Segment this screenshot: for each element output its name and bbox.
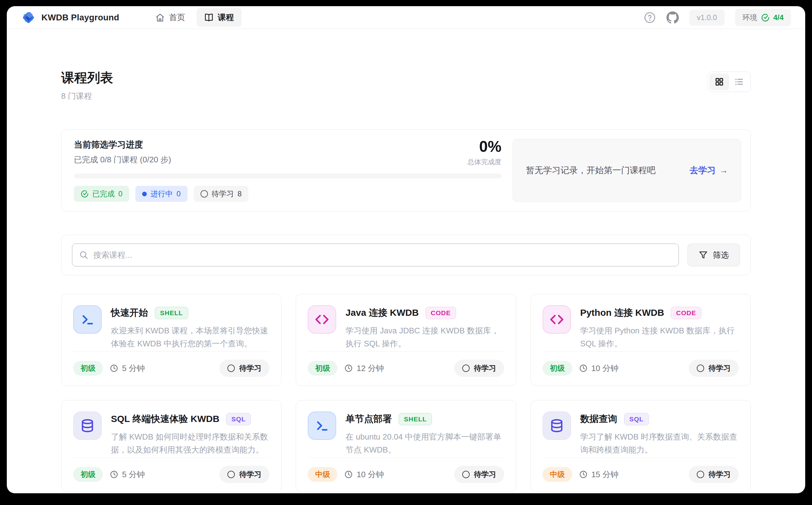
nav-label: 课程	[218, 12, 234, 23]
course-tag: SHELL	[155, 307, 188, 319]
course-card[interactable]: 快速开始 SHELL 欢迎来到 KWDB 课程，本场景将引导您快速体验在 KWD…	[61, 294, 281, 386]
course-status-badge: 待学习	[689, 360, 739, 377]
brand[interactable]: KWDB Playground	[21, 10, 119, 25]
course-card[interactable]: 数据查询 SQL 学习了解 KWDB 时序数据查询、关系数据查询和跨模查询能力。…	[531, 400, 751, 492]
course-card[interactable]: 单节点部署 SHELL 在 ubuntu 20.04 中使用官方脚本一键部署单节…	[296, 400, 516, 492]
course-status-badge: 待学习	[454, 360, 504, 377]
course-title: 单节点部署	[345, 413, 392, 426]
search-box[interactable]	[72, 243, 679, 267]
course-description: 学习了解 KWDB 时序数据查询、关系数据查询和跨模查询能力。	[580, 430, 739, 456]
in-progress-badge: 进行中0	[135, 186, 187, 202]
course-level-badge: 初级	[73, 467, 103, 482]
course-tag: SQL	[624, 413, 649, 426]
course-tag: SHELL	[398, 413, 432, 426]
code-icon	[543, 305, 571, 334]
course-status-badge: 待学习	[689, 466, 739, 483]
brand-title: KWDB Playground	[41, 13, 119, 22]
course-status: 待学习	[239, 363, 261, 373]
status-summary: 已完成0 进行中0 待学习8	[74, 186, 501, 202]
terminal-icon	[308, 411, 336, 440]
environment-label: 环境	[742, 13, 757, 22]
circle-icon	[462, 471, 470, 478]
github-icon	[667, 11, 679, 24]
help-icon	[644, 12, 656, 23]
course-duration: 10 分钟	[591, 363, 618, 374]
clock-icon	[110, 470, 118, 479]
main-content: 课程列表 8 门课程 当前筛选学习进度	[7, 29, 805, 493]
app-window: KWDB Playground 首页 课程	[7, 6, 805, 493]
search-input[interactable]	[93, 250, 672, 260]
todo-badge: 待学习8	[194, 186, 248, 202]
search-section: 筛选	[61, 234, 751, 275]
course-description: 学习使用 Python 连接 KWDB 数据库，执行 SQL 操作。	[580, 324, 739, 350]
course-card[interactable]: Java 连接 KWDB CODE 学习使用 Java JDBC 连接 KWDB…	[296, 294, 516, 386]
course-tag: SQL	[226, 413, 251, 426]
course-title: SQL 终端快速体验 KWDB	[111, 413, 219, 426]
overall-percent-label: 总体完成度	[467, 157, 501, 167]
course-duration: 15 分钟	[591, 469, 618, 480]
course-status: 待学习	[708, 363, 731, 373]
filter-button[interactable]: 筛选	[688, 243, 740, 267]
progress-title: 当前筛选学习进度	[74, 139, 171, 151]
go-learn-link[interactable]: 去学习 →	[690, 165, 728, 176]
course-status-badge: 待学习	[454, 466, 504, 483]
course-duration: 5 分钟	[122, 363, 145, 374]
nav-item-courses[interactable]: 课程	[197, 8, 242, 27]
nav-label: 首页	[169, 12, 185, 23]
course-level-badge: 中级	[543, 467, 572, 482]
check-circle-icon	[761, 13, 770, 22]
arrow-right-icon: →	[719, 165, 728, 175]
course-duration: 12 分钟	[357, 363, 384, 374]
nav-item-home[interactable]: 首页	[148, 8, 193, 27]
empty-record-panel: 暂无学习记录，开始第一门课程吧 去学习 →	[512, 139, 741, 202]
environment-badge[interactable]: 环境 4/4	[735, 9, 791, 26]
github-button[interactable]	[667, 11, 679, 24]
circle-icon	[697, 471, 704, 478]
course-card[interactable]: Python 连接 KWDB CODE 学习使用 Python 连接 KWDB …	[531, 294, 751, 386]
learning-progress-card: 当前筛选学习进度 已完成 0/8 门课程 (0/20 步) 0% 总体完成度	[61, 129, 751, 211]
clock-icon	[579, 470, 588, 479]
progress-subtitle: 已完成 0/8 门课程 (0/20 步)	[74, 154, 171, 165]
database-icon	[73, 411, 102, 440]
course-duration: 5 分钟	[122, 469, 145, 480]
grid-icon	[714, 77, 724, 87]
list-view-button[interactable]	[729, 73, 749, 90]
header-actions: v1.0.0 环境 4/4	[644, 9, 791, 26]
circle-icon	[201, 190, 208, 197]
course-description: 了解 KWDB 如何同时处理时序数据和关系数据，以及如何利用其强大的跨模查询能力…	[111, 430, 269, 456]
course-title: 快速开始	[111, 307, 148, 319]
clock-icon	[110, 364, 118, 373]
course-title: Python 连接 KWDB	[580, 307, 664, 319]
course-card[interactable]: SQL 终端快速体验 KWDB SQL 了解 KWDB 如何同时处理时序数据和关…	[61, 400, 281, 492]
version-badge: v1.0.0	[689, 10, 724, 26]
top-navbar: KWDB Playground 首页 课程	[7, 6, 805, 29]
course-level-badge: 初级	[73, 361, 103, 376]
course-status: 待学习	[708, 470, 731, 479]
course-status: 待学习	[239, 470, 261, 479]
circle-icon	[227, 364, 235, 372]
empty-hint-text: 暂无学习记录，开始第一门课程吧	[526, 165, 682, 176]
course-duration: 10 分钟	[357, 469, 384, 480]
page-title: 课程列表	[61, 69, 113, 87]
course-count: 8 门课程	[61, 91, 113, 102]
grid-view-button[interactable]	[709, 73, 729, 90]
course-description: 学习使用 Java JDBC 连接 KWDB 数据库，执行 SQL 操作。	[345, 324, 504, 350]
view-toggle	[708, 71, 751, 92]
database-icon	[543, 411, 571, 440]
completed-badge: 已完成0	[74, 186, 129, 202]
course-status-badge: 待学习	[219, 360, 269, 377]
course-status-badge: 待学习	[219, 466, 269, 483]
overall-percent: 0%	[467, 139, 501, 154]
environment-status: 4/4	[773, 13, 784, 22]
help-button[interactable]	[644, 11, 656, 24]
filter-icon	[699, 250, 708, 260]
course-title: 数据查询	[580, 413, 617, 426]
circle-icon	[462, 364, 470, 372]
book-icon	[204, 13, 214, 22]
progress-bar	[74, 173, 501, 178]
course-grid: 快速开始 SHELL 欢迎来到 KWDB 课程，本场景将引导您快速体验在 KWD…	[61, 294, 751, 492]
search-icon	[79, 250, 88, 260]
course-status: 待学习	[474, 470, 496, 479]
main-nav: 首页 课程	[148, 8, 242, 27]
clock-icon	[344, 364, 353, 373]
